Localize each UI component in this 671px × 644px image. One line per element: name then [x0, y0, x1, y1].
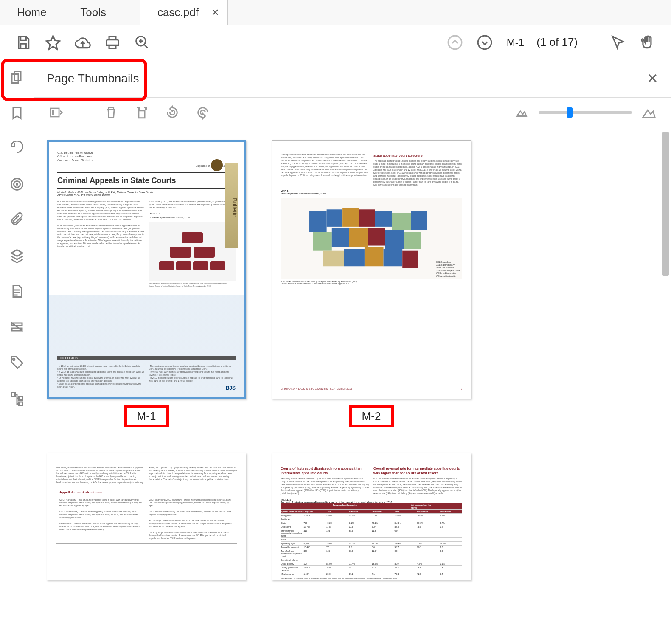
svg-rect-21	[313, 232, 332, 251]
target-icon[interactable]	[8, 175, 26, 194]
svg-rect-18	[375, 211, 392, 227]
page-up-icon[interactable]	[440, 28, 470, 57]
p4-head-right: Overall reversal rate for intermediate a…	[373, 466, 462, 475]
svg-rect-30	[383, 249, 402, 267]
table1: Reviewed on the meritsNot reviewed on th…	[281, 503, 462, 576]
body-col-right: of last resort (COLR) occurs when an int…	[149, 200, 236, 209]
star-icon[interactable]	[38, 28, 68, 57]
vertical-scrollbar[interactable]	[662, 132, 669, 276]
save-icon[interactable]	[8, 28, 38, 57]
p2-footer: CRIMINAL APPEALS IN STATE COURTS | SEPTE…	[281, 386, 462, 390]
layers-icon[interactable]	[8, 246, 26, 265]
zoom-small-icon[interactable]	[512, 103, 531, 122]
map-note: Note: Alaska includes courts of last res…	[281, 281, 462, 285]
svg-rect-29	[365, 247, 384, 266]
p2-section-head: State appellate court structure	[373, 153, 462, 158]
tree-icon[interactable]	[8, 389, 26, 408]
svg-point-5	[16, 184, 17, 185]
tab-document[interactable]: casc.pdf ✕	[140, 0, 228, 25]
tab-tools[interactable]: Tools	[63, 0, 123, 25]
svg-rect-26	[404, 232, 421, 249]
figure1-flowchart	[149, 222, 236, 281]
svg-rect-16	[342, 208, 359, 227]
svg-rect-25	[385, 230, 404, 249]
p4-head-left: Courts of last resort dismissed more app…	[281, 466, 369, 475]
svg-rect-24	[368, 228, 385, 246]
doc-bureau: Bureau of Justice Statistics	[57, 158, 236, 162]
p3-body-right: review) as opposed to by right (mandator…	[149, 466, 237, 484]
thumbnail-page-3[interactable]: Establishing a two-tiered structure has …	[47, 453, 246, 580]
svg-point-13	[53, 113, 54, 115]
document-icon[interactable]	[8, 282, 26, 301]
svg-rect-31	[402, 251, 418, 268]
thumbnail-label-1: M-1	[124, 405, 169, 427]
page-down-icon[interactable]	[470, 28, 500, 57]
p3-box-title: Appellate court structures	[59, 490, 233, 494]
svg-point-1	[448, 36, 462, 49]
hand-icon[interactable]	[633, 28, 663, 57]
svg-rect-19	[392, 213, 411, 230]
bookmark-icon[interactable]	[8, 104, 26, 122]
main-toolbar: M-1 (1 of 17)	[0, 25, 671, 59]
tab-bar: Home Tools casc.pdf ✕	[0, 0, 671, 25]
usa-map: COLR mandatory COLR discretionary Deflec…	[281, 198, 462, 279]
zoom-slider[interactable]	[539, 111, 632, 114]
thumbnail-page-2[interactable]: State appellate courts were created to d…	[272, 140, 471, 427]
p3-box-left: COLR mandatory—This structure is typical…	[59, 498, 144, 540]
tab-close-icon[interactable]: ✕	[211, 7, 219, 18]
p3-box-right: COLR discretionary/IAC mandatory—This is…	[149, 498, 233, 540]
undo-icon[interactable]	[8, 139, 26, 158]
svg-rect-8	[19, 397, 22, 400]
print-icon[interactable]	[98, 28, 127, 57]
svg-rect-15	[326, 209, 342, 227]
delete-icon[interactable]	[102, 103, 121, 122]
map-legend: COLR mandatory COLR discretionary Deflec…	[436, 261, 460, 277]
p4-body-right: In 2010, the overall reversal rate for C…	[373, 477, 462, 495]
svg-point-12	[53, 112, 54, 113]
tab-document-label: casc.pdf	[157, 6, 199, 19]
cloud-upload-icon[interactable]	[68, 28, 98, 57]
thumbnails-icon[interactable]	[8, 68, 26, 87]
zoom-large-icon[interactable]	[640, 103, 658, 122]
doc-authors: Nicole L. Waters, Ph.D., and Anne Galleg…	[57, 191, 236, 196]
slider-thumb[interactable]	[567, 107, 573, 118]
rotate-cw-icon[interactable]	[194, 103, 212, 122]
panel-close-icon[interactable]: ✕	[647, 70, 658, 87]
page-current-input[interactable]: M-1	[500, 34, 531, 51]
panel-toolbar	[34, 98, 671, 127]
svg-rect-9	[19, 402, 22, 406]
bulletin-label: Bulletin	[225, 163, 238, 248]
figure1-note: Note: Reversed dispositions are a revers…	[149, 282, 236, 287]
tag-icon[interactable]	[8, 353, 26, 372]
panel-header: Page Thumbnails ✕	[34, 59, 671, 98]
p2-intro-left: State appellate courts were created to d…	[281, 153, 369, 186]
bjs-logo: BJS	[226, 385, 236, 391]
highlights-right: • The most common legal issues appellate…	[149, 365, 236, 388]
svg-rect-23	[349, 228, 368, 247]
svg-rect-22	[332, 228, 349, 247]
doc-date: September 2015, NCJ 248874	[57, 164, 236, 168]
search-zoom-icon[interactable]	[127, 28, 157, 57]
svg-rect-17	[359, 209, 375, 227]
tab-home[interactable]: Home	[0, 0, 63, 25]
thumbnail-page-4[interactable]: Courts of last resort dismissed more app…	[272, 453, 471, 580]
pointer-icon[interactable]	[603, 28, 633, 57]
svg-rect-14	[309, 211, 327, 232]
thumbnail-page-1[interactable]: U.S. Department of Justice Office of Jus…	[47, 140, 246, 427]
page-total-label: (1 of 17)	[536, 36, 578, 49]
thumbnails-scroll-area[interactable]: U.S. Department of Justice Office of Jus…	[34, 127, 671, 644]
p4-body-left: Examining how appeals are resolved by va…	[281, 477, 369, 495]
insert-page-icon[interactable]	[132, 103, 151, 122]
redact-icon[interactable]	[8, 318, 26, 336]
highlights-left: • In 2010, an estimated 69,348 criminal …	[57, 365, 144, 388]
rotate-ccw-icon[interactable]	[163, 103, 182, 122]
attachment-icon[interactable]	[8, 211, 26, 229]
svg-rect-20	[411, 211, 427, 230]
figure1-title: FIGURE 1 Criminal appellate decisions, 2…	[149, 212, 236, 219]
svg-rect-7	[11, 393, 15, 397]
body-col-left: In 2010, an estimated 69,348 criminal ap…	[57, 200, 144, 354]
svg-point-2	[478, 36, 491, 49]
options-menu-icon[interactable]	[47, 103, 65, 122]
table1-title: TABLE 1 Percent of criminal appeals disp…	[281, 498, 462, 503]
thumbnails-panel: Page Thumbnails ✕ U	[34, 59, 671, 644]
